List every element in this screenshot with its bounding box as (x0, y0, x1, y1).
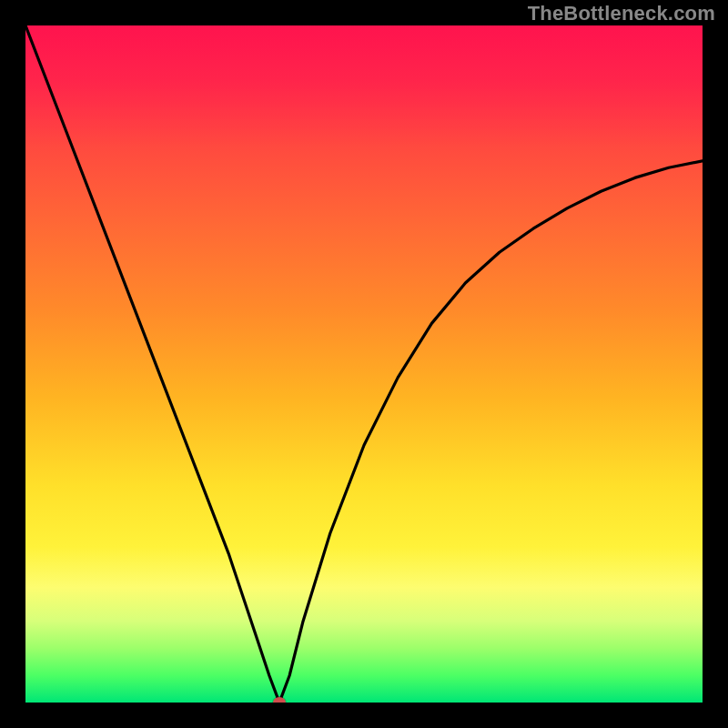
chart-frame: TheBottleneck.com (0, 0, 728, 728)
watermark-text: TheBottleneck.com (528, 2, 715, 25)
plot-area (25, 25, 703, 703)
bottleneck-curve (25, 25, 703, 703)
minimum-marker-dot (273, 697, 286, 703)
